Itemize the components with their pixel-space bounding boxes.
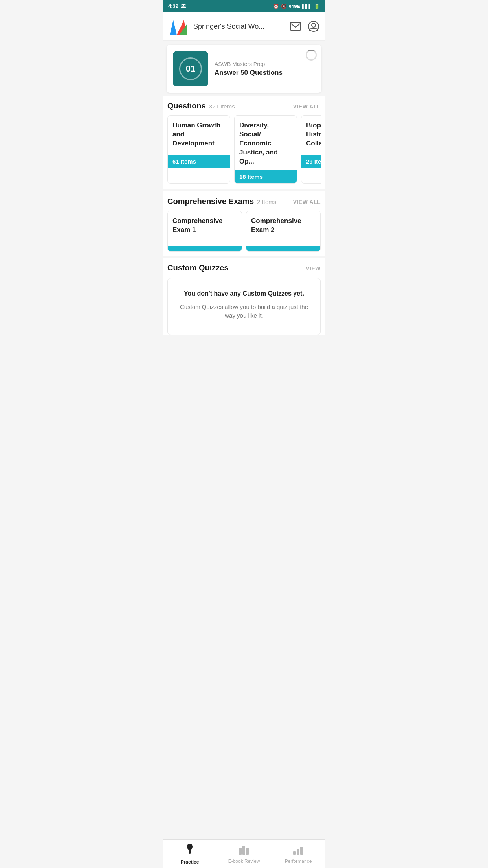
featured-card[interactable]: 01 ASWB Masters Prep Answer 50 Questions (167, 45, 321, 93)
question-card-2-title: Diversity, Social/ Economic Justice, and… (235, 116, 297, 170)
custom-quizzes-section: Custom Quizzes VIEW You don't have any C… (163, 258, 325, 335)
alarm-icon: ⏰ (273, 4, 279, 9)
app-logo (168, 16, 189, 37)
svg-point-5 (308, 21, 319, 31)
status-time: 4:32 (168, 3, 178, 9)
exam-card-1-title: Comprehensive Exam 1 (168, 211, 242, 246)
questions-cards-scroll: Human Growth and Development 61 Items Di… (167, 115, 321, 185)
featured-card-subtitle: ASWB Masters Prep (215, 61, 315, 67)
question-card-1[interactable]: Human Growth and Development 61 Items (167, 115, 230, 184)
questions-title-group: Questions 321 Items (167, 101, 235, 110)
question-card-2-count: 18 (239, 173, 248, 180)
svg-point-6 (312, 23, 316, 27)
comprehensive-exams-view-all-button[interactable]: VIEW ALL (293, 199, 321, 205)
exam-card-1[interactable]: Comprehensive Exam 1 (167, 211, 242, 252)
header-icons (289, 20, 320, 33)
exam-cards-grid: Comprehensive Exam 1 Comprehensive Exam … (167, 211, 321, 252)
question-card-3[interactable]: Biopsych History a Collatera 29 Items (301, 115, 321, 184)
status-bar-right: ⏰ 🔇 64GE ▌▌▌ 🔋 (273, 4, 320, 9)
svg-rect-4 (290, 22, 301, 30)
main-content: 01 ASWB Masters Prep Answer 50 Questions… (163, 41, 325, 369)
custom-quizzes-header: Custom Quizzes VIEW (167, 263, 321, 272)
question-card-1-title: Human Growth and Development (168, 116, 230, 155)
question-card-3-title: Biopsych History a Collatera (301, 116, 321, 155)
app-header: Springer's Social Wo... (163, 12, 325, 41)
comprehensive-exams-title: Comprehensive Exams (167, 197, 254, 206)
question-card-3-footer: 29 Items (301, 155, 321, 168)
featured-card-text: ASWB Masters Prep Answer 50 Questions (215, 61, 315, 77)
status-bar-left: 4:32 🖼 (168, 3, 186, 9)
comprehensive-exams-section: Comprehensive Exams 2 Items VIEW ALL Com… (163, 191, 325, 256)
wifi-icon: 64GE (289, 4, 300, 9)
exam-card-1-footer (168, 246, 242, 251)
question-card-2-label: Items (248, 173, 263, 180)
status-bar: 4:32 🖼 ⏰ 🔇 64GE ▌▌▌ 🔋 (163, 0, 325, 12)
custom-quizzes-empty-desc: Custom Quizzes allow you to build a quiz… (176, 303, 312, 320)
comprehensive-exams-title-group: Comprehensive Exams 2 Items (167, 197, 276, 206)
question-card-1-footer: 61 Items (168, 155, 230, 168)
signal-icon: ▌▌▌ (302, 4, 312, 9)
question-card-3-label: Items (314, 158, 321, 165)
question-card-2-footer: 18 Items (235, 170, 297, 183)
question-card-3-count: 29 (306, 158, 314, 165)
questions-section: Questions 321 Items VIEW ALL Human Growt… (163, 96, 325, 189)
questions-section-title: Questions (167, 101, 206, 110)
custom-quizzes-view-button[interactable]: VIEW (306, 265, 321, 272)
comprehensive-exams-count: 2 Items (257, 199, 276, 205)
question-card-1-label: Items (181, 158, 196, 165)
mail-icon[interactable] (289, 20, 302, 33)
exam-card-2-footer (246, 246, 320, 251)
loading-spinner (306, 50, 317, 61)
custom-quizzes-empty-state: You don't have any Custom Quizzes yet. C… (167, 278, 321, 335)
battery-icon: 🔋 (314, 4, 320, 9)
exam-card-2-title: Comprehensive Exam 2 (246, 211, 320, 246)
comprehensive-exams-header: Comprehensive Exams 2 Items VIEW ALL (167, 197, 321, 206)
photo-icon: 🖼 (181, 3, 186, 9)
questions-view-all-button[interactable]: VIEW ALL (293, 103, 321, 110)
question-card-1-count: 61 (172, 158, 181, 165)
mute-icon: 🔇 (281, 4, 287, 9)
questions-section-header: Questions 321 Items VIEW ALL (167, 101, 321, 110)
questions-section-count: 321 Items (209, 103, 235, 110)
header-title: Springer's Social Wo... (193, 22, 289, 31)
profile-icon[interactable] (307, 20, 320, 33)
featured-card-number: 01 (179, 57, 202, 80)
featured-card-title: Answer 50 Questions (215, 69, 315, 77)
featured-card-icon: 01 (173, 51, 208, 86)
custom-quizzes-empty-title: You don't have any Custom Quizzes yet. (176, 290, 312, 297)
custom-quizzes-title: Custom Quizzes (167, 263, 229, 272)
question-card-2[interactable]: Diversity, Social/ Economic Justice, and… (234, 115, 297, 184)
exam-card-2[interactable]: Comprehensive Exam 2 (246, 211, 321, 252)
